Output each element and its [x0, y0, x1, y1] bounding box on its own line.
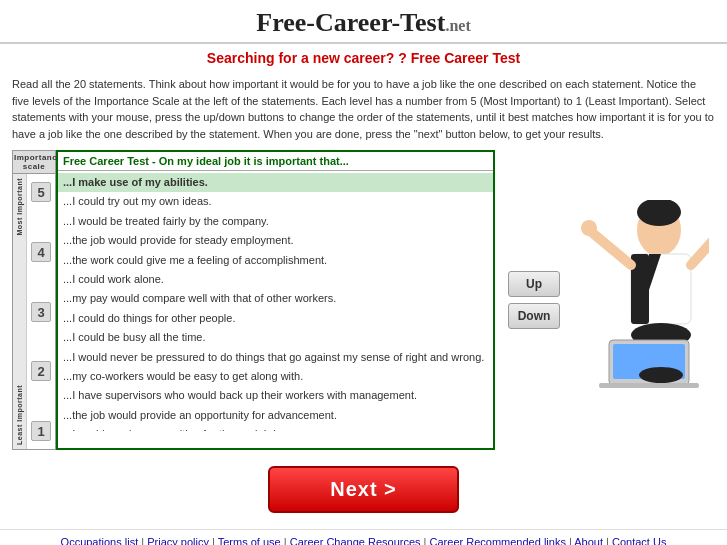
instructions-body: Read all the 20 statements. Think about … — [12, 78, 714, 140]
scale-number-5: 5 — [31, 182, 51, 202]
next-button-area: Next > — [12, 456, 715, 521]
scale-number-1: 1 — [31, 421, 51, 441]
footer-link-career-recommended-links[interactable]: Career Recommended links — [430, 536, 566, 545]
svg-point-7 — [581, 220, 597, 236]
person-image — [565, 150, 715, 450]
statement-item[interactable]: ...the job would provide for steady empl… — [58, 231, 493, 250]
footer-links: Occupations list | Priacy policy | Terms… — [0, 529, 727, 545]
statement-item[interactable]: ...I could try out my own ideas. — [58, 192, 493, 211]
most-important-label: Most Important — [13, 174, 26, 312]
page-subtitle: Searching for a new career? ? Free Caree… — [0, 44, 727, 70]
list-header: Free Career Test - On my ideal job it is… — [58, 152, 493, 171]
title-net: .net — [445, 17, 470, 34]
svg-rect-12 — [599, 383, 699, 388]
footer-link-about[interactable]: About — [574, 536, 603, 545]
statements-container[interactable]: Free Career Test - On my ideal job it is… — [56, 150, 495, 450]
link-separator: | — [138, 536, 147, 545]
statement-item[interactable]: ...my co-workers would be easy to get al… — [58, 367, 493, 386]
down-button[interactable]: Down — [508, 303, 560, 329]
scale-number-4: 4 — [31, 242, 51, 262]
subtitle-text: Searching for a new career? ? Free Caree… — [207, 50, 520, 66]
instructions-text: Read all the 20 statements. Think about … — [12, 76, 715, 142]
up-down-buttons-col: Up Down — [495, 150, 565, 450]
svg-line-6 — [691, 225, 709, 265]
main-content: Read all the 20 statements. Think about … — [0, 70, 727, 529]
footer-link-career-change-resources[interactable]: Career Change Resources — [290, 536, 421, 545]
svg-point-13 — [639, 367, 683, 383]
statement-item[interactable]: ...I would never be pressured to do thin… — [58, 348, 493, 367]
least-text: Least Important — [16, 385, 23, 445]
next-button[interactable]: Next > — [268, 466, 459, 513]
scale-header: Importance scale — [13, 151, 55, 174]
statement-item[interactable]: ...my pay would compare well with that o… — [58, 289, 493, 308]
footer-link-terms-of-use[interactable]: Terms of use — [218, 536, 281, 545]
statement-item[interactable]: ...I have supervisors who would back up … — [58, 386, 493, 405]
statement-item[interactable]: ...I could work alone. — [58, 270, 493, 289]
footer-link-occupations-list[interactable]: Occupations list — [61, 536, 139, 545]
statement-item[interactable]: ...the job would provide an opportunity … — [58, 406, 493, 425]
link-separator: | — [603, 536, 612, 545]
statement-item[interactable]: ...the work could give me a feeling of a… — [58, 251, 493, 270]
up-button[interactable]: Up — [508, 271, 560, 297]
link-separator: | — [281, 536, 290, 545]
scale-numbers-col: 54321 — [27, 174, 55, 449]
link-separator: | — [421, 536, 430, 545]
link-separator: | — [209, 536, 218, 545]
site-header: Free-Career-Test.net — [0, 0, 727, 44]
statement-item[interactable]: ...I would be treated fairly by the comp… — [58, 212, 493, 231]
least-important-label: Least Important — [13, 312, 26, 450]
footer-link-priacy-policy[interactable]: Priacy policy — [147, 536, 209, 545]
most-text: Most Important — [16, 178, 23, 236]
statement-item[interactable]: ...I could do things for other people. — [58, 309, 493, 328]
vert-labels: Most Important Least Important — [13, 174, 27, 449]
scale-number-2: 2 — [31, 361, 51, 381]
scale-inner: Most Important Least Important 54321 — [13, 174, 55, 449]
title-main: Free-Career-Test — [256, 8, 445, 37]
scale-number-3: 3 — [31, 302, 51, 322]
statement-item[interactable]: ...I could be busy all the time. — [58, 328, 493, 347]
footer-link-contact-us[interactable]: Contact Us — [612, 536, 666, 545]
statement-item[interactable]: ...I make use of my abilities. — [58, 173, 493, 192]
link-separator: | — [566, 536, 574, 545]
site-title: Free-Career-Test.net — [0, 8, 727, 38]
footer-link-list: Occupations list | Priacy policy | Terms… — [61, 536, 667, 545]
person-svg — [579, 200, 709, 400]
importance-scale-col: Importance scale Most Important Least Im… — [12, 150, 56, 450]
svg-line-5 — [589, 230, 631, 265]
statements-list[interactable]: ...I make use of my abilities....I could… — [58, 171, 493, 431]
test-area: Importance scale Most Important Least Im… — [12, 150, 715, 450]
statement-item[interactable]: ...I could receive recognition for the w… — [58, 425, 493, 431]
